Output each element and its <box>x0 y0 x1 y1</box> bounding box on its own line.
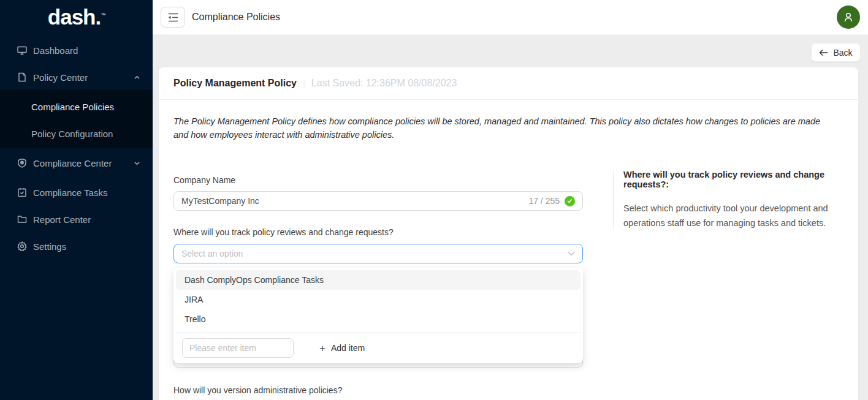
top-header-bar: Compliance Policies <box>153 0 868 35</box>
gear-icon <box>17 241 27 251</box>
chevron-down-icon <box>568 251 575 256</box>
character-counter: 17 / 255 <box>528 196 560 206</box>
sidebar-item-label: Report Center <box>33 214 91 225</box>
sidebar-item-compliance-tasks[interactable]: Compliance Tasks <box>0 180 153 205</box>
dropdown-divider <box>176 332 581 333</box>
document-icon <box>17 72 27 82</box>
company-name-value: MyTestCompany Inc <box>181 196 528 206</box>
sidebar: dash.™ Dashboard Policy Center Complianc… <box>0 0 153 400</box>
sidebar-item-settings[interactable]: Settings <box>0 234 153 258</box>
title-separator: | <box>303 78 305 89</box>
sidebar-item-report-center[interactable]: Report Center <box>0 207 153 232</box>
select-dropdown-panel: Dash ComplyOps Compliance Tasks JIRA Tre… <box>173 268 583 363</box>
sidebar-item-label: Settings <box>33 241 66 252</box>
shield-certificate-icon <box>17 158 27 168</box>
select-placeholder: Select an option <box>181 249 568 258</box>
content-area: Back Policy Management Policy | Last Sav… <box>153 35 868 400</box>
app-logo: dash.™ <box>0 5 153 34</box>
sidebar-item-label: Compliance Policies <box>31 102 114 112</box>
help-body: Select which productivity tool your deve… <box>623 201 839 230</box>
sidebar-item-policy-center[interactable]: Policy Center <box>0 65 153 89</box>
help-title: Where will you track policy reviews and … <box>623 170 858 189</box>
check-icon <box>567 198 573 203</box>
back-button-label: Back <box>833 48 852 58</box>
trademark-symbol: ™ <box>101 12 105 18</box>
sidebar-item-label: Dashboard <box>33 45 78 56</box>
version-question-label: How will you version administrative poli… <box>173 385 342 395</box>
dropdown-footer: Please enter item + Add item <box>176 338 581 358</box>
add-item-input[interactable]: Please enter item <box>182 338 294 358</box>
track-question-label: Where will you track policy reviews and … <box>173 227 394 237</box>
add-item-placeholder: Please enter item <box>189 343 256 353</box>
sidebar-collapse-button[interactable] <box>161 7 185 28</box>
policy-center-submenu: Compliance Policies Policy Configuration <box>0 89 153 148</box>
app-root: dash.™ Dashboard Policy Center Complianc… <box>0 0 868 400</box>
help-panel: Where will you track policy reviews and … <box>613 170 858 230</box>
monitor-icon <box>17 45 27 55</box>
card-header: Policy Management Policy | Last Saved: 1… <box>159 67 858 100</box>
person-icon <box>842 11 855 23</box>
sidebar-item-policy-configuration[interactable]: Policy Configuration <box>0 121 153 146</box>
sidebar-item-label: Policy Configuration <box>31 129 113 139</box>
dropdown-option[interactable]: JIRA <box>176 290 581 309</box>
policy-card: Policy Management Policy | Last Saved: 1… <box>159 67 858 400</box>
plus-icon: + <box>319 343 326 353</box>
dropdown-option[interactable]: Dash ComplyOps Compliance Tasks <box>176 270 581 290</box>
chevron-up-icon <box>134 74 140 81</box>
last-saved-timestamp: Last Saved: 12:36PM 08/08/2023 <box>311 78 457 89</box>
calendar-check-icon <box>17 187 27 197</box>
dropdown-option[interactable]: Trello <box>176 309 581 329</box>
policy-description: The Policy Management Policy defines how… <box>173 115 832 142</box>
company-name-label: Company Name <box>173 175 235 185</box>
folder-icon <box>17 214 27 224</box>
add-item-label: Add item <box>331 343 365 353</box>
sidebar-item-label: Compliance Center <box>33 158 112 168</box>
user-avatar[interactable] <box>837 6 860 29</box>
sidebar-item-compliance-policies[interactable]: Compliance Policies <box>0 94 153 119</box>
sidebar-item-label: Policy Center <box>33 72 88 83</box>
add-item-button[interactable]: + Add item <box>319 343 365 353</box>
company-name-input[interactable]: MyTestCompany Inc 17 / 255 <box>173 191 583 211</box>
back-button[interactable]: Back <box>811 43 861 62</box>
sidebar-item-dashboard[interactable]: Dashboard <box>0 38 153 62</box>
chevron-down-icon <box>134 160 140 167</box>
menu-fold-icon <box>168 13 178 22</box>
page-title: Compliance Policies <box>192 12 280 23</box>
track-select[interactable]: Select an option <box>173 244 583 263</box>
sidebar-item-compliance-center[interactable]: Compliance Center <box>0 151 153 175</box>
arrow-left-icon <box>819 49 828 56</box>
sidebar-item-label: Compliance Tasks <box>33 187 107 198</box>
card-title: Policy Management Policy <box>173 78 297 89</box>
valid-check-badge <box>565 196 575 206</box>
